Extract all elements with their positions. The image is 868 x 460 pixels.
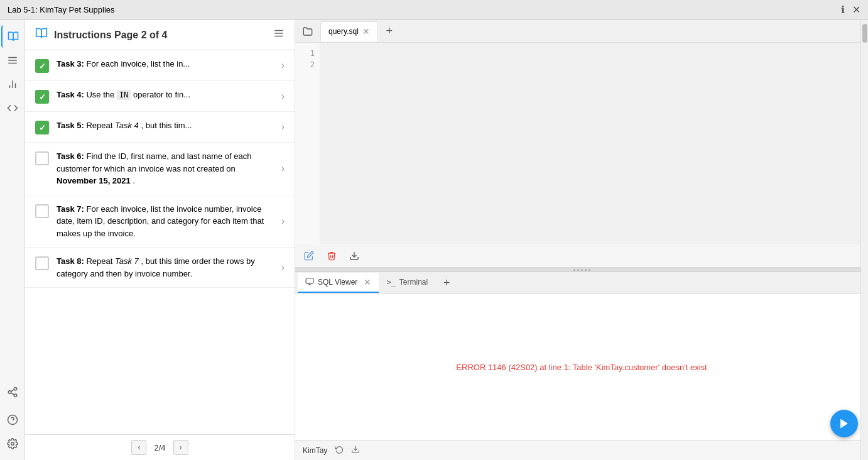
task7-arrow[interactable]: › xyxy=(281,216,285,227)
task-item-3[interactable]: Task 3: For each invoice, list the in...… xyxy=(25,50,295,81)
task8-checkbox[interactable] xyxy=(35,256,49,270)
task5-italic: Task 4 xyxy=(115,121,139,130)
editor-area: query.sql ✕ + 1 2 xyxy=(295,20,868,460)
bottom-tabs-bar: SQL Viewer ✕ >_ Terminal + xyxy=(295,271,868,294)
error-message: ERROR 1146 (42S02) at line 1: Table 'Kim… xyxy=(456,363,707,372)
task4-arrow[interactable]: › xyxy=(281,90,285,102)
folder-icon-btn[interactable] xyxy=(298,21,318,41)
task7-text: For each invoice, list the invoice numbe… xyxy=(57,204,264,238)
task3-content: Task 3: For each invoice, list the in... xyxy=(57,58,276,70)
sidebar-item-help[interactable] xyxy=(1,408,24,431)
task4-label: Task 4: xyxy=(57,90,84,99)
sidebar-item-settings[interactable] xyxy=(1,432,24,455)
task5-text2: , but this tim... xyxy=(141,121,192,130)
app-title: Lab 5-1: KimTay Pet Supplies xyxy=(8,5,115,14)
task6-text2: . xyxy=(133,176,135,185)
status-bar: KimTay xyxy=(295,440,868,460)
task7-label: Task 7: xyxy=(57,204,84,214)
task4-checkbox[interactable] xyxy=(35,90,49,104)
task8-label: Task 8: xyxy=(57,256,84,266)
sidebar-item-code[interactable] xyxy=(1,97,24,119)
line-number-1: 1 xyxy=(310,48,315,59)
task4-keyword: IN xyxy=(117,90,131,100)
play-button[interactable] xyxy=(830,410,858,437)
sidebar-item-list[interactable] xyxy=(1,49,24,72)
icon-sidebar xyxy=(0,20,25,460)
task6-bold: November 15, 2021 xyxy=(57,176,131,185)
task5-text: Repeat xyxy=(86,121,115,130)
terminal-label: Terminal xyxy=(399,278,428,287)
close-icon[interactable]: ✕ xyxy=(852,4,860,16)
delete-button[interactable] xyxy=(323,247,340,265)
page-indicator: 2/4 xyxy=(154,443,165,452)
task-item-6[interactable]: Task 6: Find the ID, first name, and las… xyxy=(25,143,295,195)
svg-line-9 xyxy=(11,393,14,395)
menu-icon[interactable] xyxy=(273,28,285,42)
sql-viewer-icon xyxy=(305,277,314,288)
task4-text2: operator to fin... xyxy=(133,90,190,99)
task-item-8[interactable]: Task 8: Repeat Task 7 , but this time or… xyxy=(25,248,295,288)
task8-arrow[interactable]: › xyxy=(281,262,285,273)
query-sql-tab[interactable]: query.sql ✕ xyxy=(320,21,378,41)
sidebar-item-chart[interactable] xyxy=(1,73,24,96)
right-scrollbar[interactable] xyxy=(860,20,868,460)
instructions-title: Instructions Page 2 of 4 xyxy=(54,30,267,41)
task-item-7[interactable]: Task 7: For each invoice, list the invoi… xyxy=(25,195,295,248)
terminal-tab[interactable]: >_ Terminal xyxy=(379,273,435,293)
line-number-2: 2 xyxy=(310,59,315,70)
svg-point-13 xyxy=(11,442,14,446)
task8-italic: Task 7 xyxy=(115,256,139,266)
task3-text: For each invoice, list the in... xyxy=(86,59,190,68)
task8-content: Task 8: Repeat Task 7 , but this time or… xyxy=(57,255,276,280)
svg-point-8 xyxy=(14,394,17,397)
sidebar-item-share[interactable] xyxy=(1,381,24,403)
task6-label: Task 6: xyxy=(57,151,84,161)
instructions-footer: ‹ 2/4 › xyxy=(25,434,295,460)
task6-checkbox[interactable] xyxy=(35,151,49,165)
title-bar: Lab 5-1: KimTay Pet Supplies ℹ ✕ xyxy=(0,0,868,20)
bottom-content: ERROR 1146 (42S02) at line 1: Table 'Kim… xyxy=(295,294,868,440)
task3-checkbox[interactable] xyxy=(35,59,49,73)
task5-checkbox[interactable] xyxy=(35,121,49,134)
editor-toolbar xyxy=(295,244,868,268)
terminal-icon: >_ xyxy=(386,278,395,287)
task4-content: Task 4: Use the IN operator to fin... xyxy=(57,89,276,101)
editor-body[interactable] xyxy=(320,43,868,244)
sql-viewer-label: SQL Viewer xyxy=(318,278,357,287)
sql-viewer-tab[interactable]: SQL Viewer ✕ xyxy=(298,273,379,293)
info-icon[interactable]: ℹ xyxy=(841,4,845,16)
prev-page-button[interactable]: ‹ xyxy=(131,440,146,455)
db-name: KimTay xyxy=(303,446,327,455)
editor-tabs-bar: query.sql ✕ + xyxy=(295,20,868,43)
task6-content: Task 6: Find the ID, first name, and las… xyxy=(57,150,276,187)
instructions-panel: Instructions Page 2 of 4 Task 3: For eac… xyxy=(25,20,295,460)
svg-marker-22 xyxy=(840,419,848,429)
task5-arrow[interactable]: › xyxy=(281,121,285,133)
task7-checkbox[interactable] xyxy=(35,204,49,218)
download-button[interactable] xyxy=(345,247,363,265)
svg-point-6 xyxy=(14,388,17,391)
svg-point-7 xyxy=(8,391,11,394)
tab-label: query.sql xyxy=(328,27,359,36)
book-open-icon xyxy=(35,27,48,43)
history-icon[interactable] xyxy=(335,445,344,456)
edit-button[interactable] xyxy=(300,247,318,265)
sql-viewer-close[interactable]: ✕ xyxy=(364,277,371,287)
line-numbers: 1 2 xyxy=(295,43,320,244)
scrollbar-thumb xyxy=(862,24,867,43)
editor-main: 1 2 xyxy=(295,43,868,244)
task-item-5[interactable]: Task 5: Repeat Task 4 , but this tim... … xyxy=(25,112,295,143)
task8-text: Repeat xyxy=(86,256,115,266)
instructions-scroll[interactable]: Task 3: For each invoice, list the in...… xyxy=(25,50,295,434)
tab-close-icon[interactable]: ✕ xyxy=(362,26,370,36)
task5-content: Task 5: Repeat Task 4 , but this tim... xyxy=(57,119,276,132)
next-page-button[interactable]: › xyxy=(173,440,188,455)
sidebar-item-book[interactable] xyxy=(1,25,24,48)
task3-arrow[interactable]: › xyxy=(281,60,285,71)
status-download-icon[interactable] xyxy=(351,445,360,456)
task6-arrow[interactable]: › xyxy=(281,163,285,174)
task-item-4[interactable]: Task 4: Use the IN operator to fin... › xyxy=(25,81,295,112)
add-panel-button[interactable]: + xyxy=(438,274,455,292)
instructions-header: Instructions Page 2 of 4 xyxy=(25,20,295,50)
add-tab-button[interactable]: + xyxy=(381,23,398,40)
